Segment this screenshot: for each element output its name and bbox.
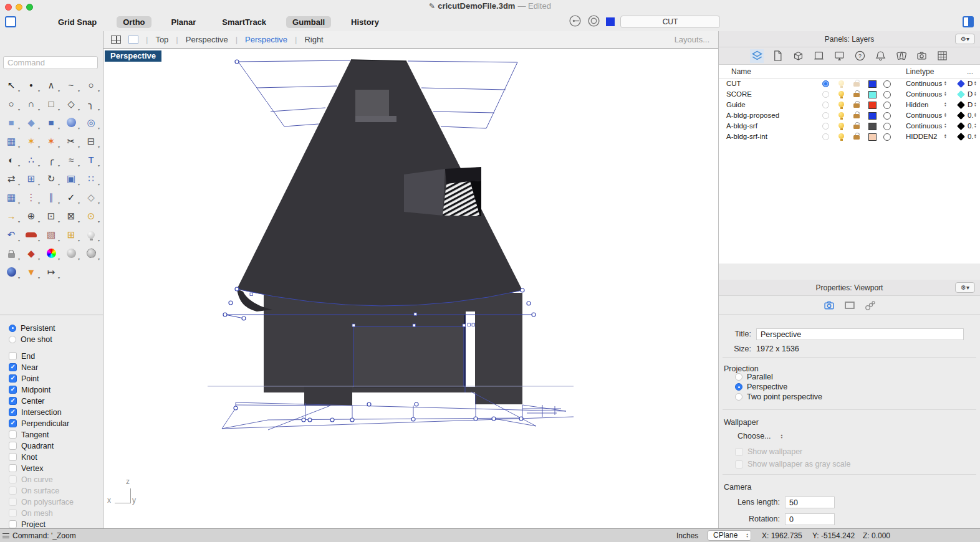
viewport-title-input[interactable] <box>756 328 964 340</box>
osnap-near[interactable]: Near <box>9 362 103 373</box>
zoom-window-tool[interactable]: ⊡▾ <box>41 207 61 225</box>
osnap-mode-one-shot[interactable]: One shot <box>9 334 103 345</box>
current-layer-radio[interactable] <box>822 91 829 98</box>
layer-lock-icon[interactable] <box>853 82 860 87</box>
projection-two-point-perspective[interactable]: Two point perspective <box>735 392 822 402</box>
sphere-tool[interactable]: ▾ <box>61 113 81 131</box>
checkbox-perpendicular[interactable] <box>9 419 17 427</box>
print-width-stepper[interactable]: ▴▾ <box>974 80 976 85</box>
fillet-corner-tool[interactable]: ╮▾ <box>81 95 101 113</box>
gumball-box-tool[interactable]: ▣▾ <box>61 169 81 188</box>
print-color-diamond[interactable] <box>957 133 965 141</box>
camera-lens-length-input[interactable] <box>785 497 835 508</box>
link-properties-tab[interactable] <box>863 298 877 312</box>
polyline-tool[interactable]: ∧▾ <box>41 76 61 94</box>
viewport-tab-right-3[interactable]: Right <box>304 35 323 44</box>
wallpaper-choose-dropdown[interactable]: Choose... ▴▾ <box>737 432 782 440</box>
target-circles-icon[interactable] <box>587 14 600 30</box>
grid-panel-tab[interactable] <box>935 49 949 63</box>
units-indicator[interactable]: Inches <box>676 531 698 540</box>
checkbox-point[interactable] <box>9 374 17 383</box>
menu-history[interactable]: History <box>345 16 385 28</box>
projection-parallel[interactable]: Parallel <box>735 372 773 382</box>
point-tool[interactable]: •▾ <box>21 76 41 94</box>
print-width[interactable]: D <box>968 101 973 108</box>
layer-linetype[interactable]: Continuous <box>906 112 942 119</box>
layer-material-icon[interactable] <box>883 133 891 141</box>
print-color-diamond[interactable] <box>957 122 965 130</box>
help-panel-tab[interactable]: ? <box>853 49 867 63</box>
print-width-stepper[interactable]: ▴▾ <box>974 123 976 128</box>
current-layer-radio[interactable] <box>822 123 829 130</box>
torus-tool[interactable]: ◎▾ <box>81 113 101 131</box>
viewport-tab-perspective-2[interactable]: Perspective <box>245 35 287 44</box>
curve-tool[interactable]: ~▾ <box>61 76 81 94</box>
box-panel-tab[interactable] <box>791 49 805 63</box>
rect-properties-tab[interactable] <box>843 298 857 312</box>
rotate-tool[interactable]: ↻▾ <box>41 169 61 188</box>
render-sphere-tool[interactable]: ▾ <box>61 244 81 262</box>
osnap-knot[interactable]: Knot <box>9 452 103 462</box>
cage-edit-tool[interactable]: ◇▾ <box>81 188 101 206</box>
layers-gear-button[interactable]: ⚙▾ <box>955 34 975 44</box>
osnap-midpoint[interactable]: Midpoint <box>9 384 103 395</box>
layer-row-a-bldg-srf[interactable]: A-bldg-srfContinuous▴▾0.▴▾ <box>719 121 980 131</box>
current-layer-field[interactable] <box>620 16 720 28</box>
layer-linetype[interactable]: Continuous <box>906 90 942 98</box>
radio-one-shot[interactable] <box>9 336 16 343</box>
circle-tool[interactable]: ○▾ <box>81 76 101 94</box>
layer-lock-icon[interactable] <box>853 135 860 140</box>
checkbox-project[interactable] <box>9 520 17 528</box>
record-history-icon[interactable] <box>569 14 582 30</box>
checkbox-end[interactable] <box>9 352 17 360</box>
four-viewports-icon[interactable] <box>111 36 121 44</box>
orient-tool[interactable]: →▾ <box>1 207 21 225</box>
layer-linetype[interactable]: Continuous <box>906 122 942 130</box>
mesh-tool[interactable]: ▦▾ <box>1 132 21 150</box>
single-viewport-icon[interactable] <box>128 36 138 44</box>
osnap-center[interactable]: Center <box>9 396 103 406</box>
bell-panel-tab[interactable] <box>873 49 887 63</box>
radio-perspective[interactable] <box>735 383 742 391</box>
layer-lock-icon[interactable] <box>853 93 860 97</box>
current-layer-radio[interactable] <box>822 133 829 140</box>
scroll-panel-tab[interactable] <box>812 49 825 63</box>
layer-visibility-bulb-icon[interactable] <box>838 112 844 118</box>
layer-color-swatch[interactable] <box>868 112 877 120</box>
checkbox-vertex[interactable] <box>9 464 17 472</box>
print-width-stepper[interactable]: ▴▾ <box>974 91 976 96</box>
column-more[interactable]: ... <box>967 67 973 76</box>
layer-material-icon[interactable] <box>883 80 891 88</box>
trim-tool[interactable]: ✂▾ <box>61 132 81 150</box>
viewport-label[interactable]: Perspective <box>105 50 161 62</box>
linetype-stepper[interactable]: ▴▾ <box>944 80 946 85</box>
undo-view-tool[interactable]: ↶▾ <box>1 226 21 244</box>
document-panel-tab[interactable] <box>771 49 784 63</box>
surface-from-curves-tool[interactable]: ◆▾ <box>21 113 41 131</box>
layer-material-icon[interactable] <box>883 123 891 130</box>
osnap-vertex[interactable]: Vertex <box>9 463 103 473</box>
layer-row-a-bldg-srf-int[interactable]: A-bldg-srf-intHIDDEN2▴▾0.▴▾ <box>719 131 980 142</box>
layer-lock-icon[interactable] <box>853 125 860 129</box>
surface-3pt-tool[interactable]: ■▾ <box>1 113 21 131</box>
select-tool[interactable]: ↖▾ <box>1 76 21 94</box>
new-viewport-tool[interactable]: ⊞▾ <box>61 226 81 244</box>
osnap-mode-persistent[interactable]: Persistent <box>9 323 103 333</box>
box-tool[interactable]: ■▾ <box>41 113 61 131</box>
viewport-canvas[interactable]: Perspective z x y <box>103 49 718 528</box>
linetype-stepper[interactable]: ▴▾ <box>944 102 946 107</box>
layer-row-a-bldg-proposed[interactable]: A-bldg-proposedContinuous▴▾0.▴▾ <box>719 110 980 121</box>
camera-panel-tab[interactable] <box>915 49 928 63</box>
cplane-dropdown[interactable]: CPlane ▴▾ <box>708 530 751 541</box>
current-layer-radio[interactable] <box>822 102 829 108</box>
layouts-button[interactable]: Layouts... <box>675 35 709 44</box>
layer-material-icon[interactable] <box>883 91 891 98</box>
layer-linetype[interactable]: HIDDEN2 <box>906 133 937 140</box>
layer-visibility-bulb-icon[interactable] <box>838 91 844 97</box>
zoom-selected-tool[interactable]: ⊙▾ <box>81 207 101 225</box>
rectangle-tool[interactable]: □▾ <box>41 95 61 113</box>
osnap-point[interactable]: Point <box>9 373 103 384</box>
explode-burst-tool[interactable]: ✶▾ <box>41 132 61 150</box>
linetype-stepper[interactable]: ▴▾ <box>944 91 946 96</box>
menu-ortho[interactable]: Ortho <box>117 16 151 28</box>
